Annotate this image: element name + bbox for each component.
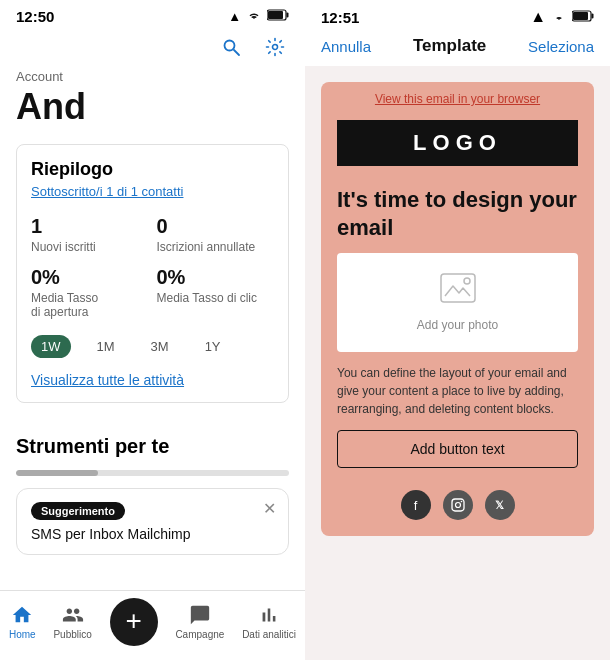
status-icons-right: ▲	[530, 8, 594, 26]
image-icon	[440, 273, 476, 310]
time-filters: 1W 1M 3M 1Y	[31, 335, 274, 358]
nav-dati-analitici[interactable]: Dati analitici	[242, 604, 296, 640]
nav-pubblico[interactable]: Pubblico	[53, 604, 91, 640]
visualizza-link[interactable]: Visualizza tutte le attività	[31, 372, 274, 388]
stats-grid: 1 Nuovi iscritti 0 Iscrizioni annullate …	[31, 215, 274, 319]
progress-bar-fill	[16, 470, 98, 476]
time-right: 12:51	[321, 9, 359, 26]
account-label: Account	[0, 69, 305, 86]
filter-1y[interactable]: 1Y	[195, 335, 231, 358]
signal-icon: ▲	[228, 9, 241, 24]
twitter-icon[interactable]: 𝕏	[485, 490, 515, 520]
suggerimento-text: SMS per Inbox Mailchimp	[31, 526, 274, 542]
seleziona-button[interactable]: Seleziona	[528, 38, 594, 55]
nav-campagne-label: Campagne	[175, 629, 224, 640]
svg-rect-7	[573, 12, 588, 20]
close-icon[interactable]: ✕	[263, 499, 276, 518]
left-panel: 12:50 ▲	[0, 0, 305, 660]
logo-text: LOGO	[413, 130, 502, 155]
status-icons-left: ▲	[228, 9, 289, 24]
top-nav-right: Annulla Template Seleziona	[305, 30, 610, 66]
filter-1m[interactable]: 1M	[87, 335, 125, 358]
riepilogo-subtitle[interactable]: Sottoscritto/i 1 di 1 contatti	[31, 184, 274, 199]
search-button[interactable]	[217, 33, 245, 61]
photo-label: Add your photo	[417, 318, 498, 332]
nav-home[interactable]: Home	[9, 604, 36, 640]
battery-icon	[267, 9, 289, 24]
annulla-button[interactable]: Annulla	[321, 38, 371, 55]
riepilogo-card: Riepilogo Sottoscritto/i 1 di 1 contatti…	[16, 144, 289, 403]
battery-icon-right	[572, 8, 594, 26]
nav-pubblico-label: Pubblico	[53, 629, 91, 640]
logo-block: LOGO	[337, 120, 578, 166]
filter-3m[interactable]: 3M	[141, 335, 179, 358]
suggerimento-badge: Suggerimento	[31, 502, 125, 520]
status-bar-left: 12:50 ▲	[0, 0, 305, 29]
svg-point-5	[273, 45, 278, 50]
stat-iscrizioni-annullate: 0 Iscrizioni annullate	[157, 215, 275, 254]
social-icons: f 𝕏	[321, 482, 594, 536]
svg-rect-9	[441, 274, 475, 302]
status-bar-right: 12:51 ▲	[305, 0, 610, 30]
wifi-icon-right	[551, 8, 567, 26]
svg-rect-1	[268, 11, 283, 19]
nav-plus-button[interactable]: +	[110, 598, 158, 646]
instagram-icon[interactable]	[443, 490, 473, 520]
bottom-nav: Home Pubblico + Campagne Dati analitici	[0, 590, 305, 660]
email-body-text: You can define the layout of your email …	[321, 360, 594, 430]
strumenti-section: Strumenti per te Suggerimento ✕ SMS per …	[0, 419, 305, 563]
right-panel: 12:51 ▲ Annulla Template Seleziona	[305, 0, 610, 660]
suggerimento-card: Suggerimento ✕ SMS per Inbox Mailchimp	[16, 488, 289, 555]
top-actions	[0, 29, 305, 69]
facebook-icon[interactable]: f	[401, 490, 431, 520]
svg-point-12	[455, 503, 460, 508]
stat-nuovi-iscritti: 1 Nuovi iscritti	[31, 215, 149, 254]
photo-block[interactable]: Add your photo	[337, 253, 578, 352]
account-name: And	[0, 86, 305, 144]
svg-point-13	[460, 501, 462, 503]
svg-rect-2	[287, 13, 289, 18]
cta-button[interactable]: Add button text	[337, 430, 578, 468]
svg-point-3	[225, 41, 235, 51]
email-headline: It's time to design your email	[321, 174, 594, 249]
svg-line-4	[234, 50, 239, 55]
plus-icon: +	[125, 607, 141, 635]
email-card: View this email in your browser LOGO It'…	[321, 82, 594, 536]
email-preview[interactable]: View this email in your browser LOGO It'…	[305, 66, 610, 660]
filter-1w[interactable]: 1W	[31, 335, 71, 358]
stat-tasso-clic: 0% Media Tasso di clic	[157, 266, 275, 319]
svg-rect-8	[592, 14, 594, 19]
time-left: 12:50	[16, 8, 54, 25]
nav-title: Template	[413, 36, 486, 56]
stat-tasso-apertura: 0% Media Tassodi apertura	[31, 266, 149, 319]
strumenti-title: Strumenti per te	[16, 435, 289, 458]
signal-icon-right: ▲	[530, 8, 546, 26]
wifi-icon	[246, 9, 262, 24]
nav-dati-label: Dati analitici	[242, 629, 296, 640]
nav-home-label: Home	[9, 629, 36, 640]
email-top-link[interactable]: View this email in your browser	[321, 82, 594, 112]
progress-bar	[16, 470, 289, 476]
svg-rect-11	[452, 499, 464, 511]
riepilogo-title: Riepilogo	[31, 159, 274, 180]
nav-campagne[interactable]: Campagne	[175, 604, 224, 640]
svg-point-10	[464, 278, 470, 284]
settings-button[interactable]	[261, 33, 289, 61]
